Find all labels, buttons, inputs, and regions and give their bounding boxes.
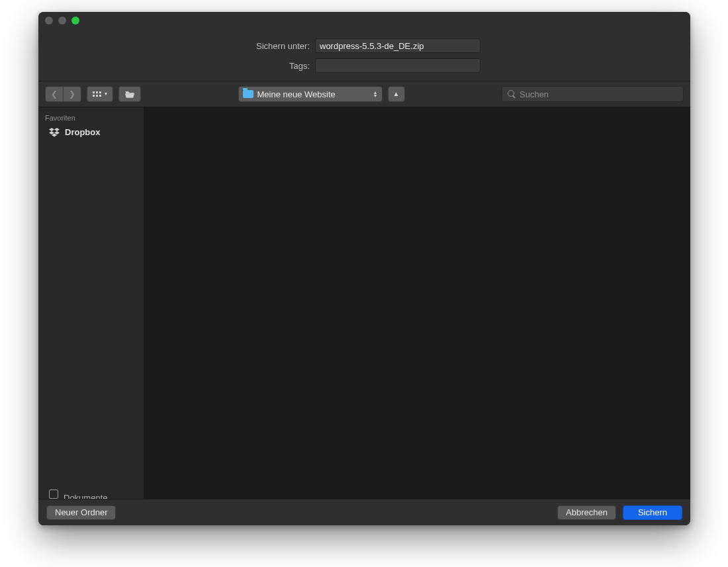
sidebar-item-documents[interactable]: Dokumente: [38, 486, 144, 499]
main-split: Favoriten Dropbox Dokumente: [38, 107, 690, 499]
save-as-row: Sichern unter:: [38, 38, 690, 53]
minimize-window-button[interactable]: [58, 17, 66, 25]
chevron-down-icon: ▾: [105, 91, 107, 97]
dropbox-icon: [49, 128, 60, 137]
location-label: Meine neue Website: [257, 89, 336, 99]
search-icon: [508, 90, 516, 98]
close-window-button[interactable]: [45, 17, 53, 25]
tags-label: Tags:: [38, 61, 310, 71]
search-field[interactable]: [502, 86, 684, 102]
chevron-right-icon: ❯: [69, 90, 75, 98]
save-as-label: Sichern unter:: [38, 41, 310, 51]
sidebar-item-dropbox[interactable]: Dropbox: [38, 125, 144, 140]
search-input[interactable]: [520, 89, 678, 99]
chevron-left-icon: ❮: [51, 90, 58, 98]
popup-arrows-icon: ▲▼: [373, 91, 378, 97]
sidebar: Favoriten Dropbox Dokumente: [38, 107, 144, 499]
view-mode-button[interactable]: ▾: [87, 86, 113, 102]
documents-icon: [49, 490, 58, 499]
new-folder-label: Neuer Ordner: [55, 507, 107, 517]
cancel-button[interactable]: Abbrechen: [557, 505, 616, 520]
chevron-up-icon: ▲: [393, 91, 400, 97]
cancel-label: Abbrechen: [566, 507, 608, 517]
sidebar-item-label: Dokumente: [64, 493, 107, 499]
titlebar: [38, 12, 690, 29]
tags-input[interactable]: [315, 58, 480, 73]
tags-row: Tags:: [38, 58, 690, 73]
file-browser-area[interactable]: [144, 107, 690, 499]
folder-open-icon: [124, 90, 135, 99]
save-as-section: Sichern unter: Tags:: [38, 29, 690, 81]
grid-icon: [93, 91, 101, 97]
sidebar-section-favorites: Favoriten: [38, 113, 144, 125]
new-folder-button[interactable]: Neuer Ordner: [46, 505, 116, 520]
zoom-window-button[interactable]: [71, 17, 79, 25]
save-button[interactable]: Sichern: [623, 505, 682, 520]
nav-forward-button[interactable]: ❯: [64, 86, 81, 102]
toolbar: ❮ ❯ ▾: [38, 81, 690, 107]
nav-back-button[interactable]: ❮: [45, 86, 64, 102]
location-popup[interactable]: Meine neue Website ▲▼: [238, 86, 383, 102]
save-as-input[interactable]: [315, 38, 480, 53]
group-by-button[interactable]: [118, 86, 141, 102]
footer: Neuer Ordner Abbrechen Sichern: [38, 499, 690, 525]
collapse-toggle-button[interactable]: ▲: [388, 86, 405, 102]
save-dialog-window: Sichern unter: Tags: ❮ ❯ ▾: [38, 12, 690, 525]
nav-history-segment: ❮ ❯: [45, 86, 81, 102]
folder-icon: [243, 90, 253, 98]
sidebar-item-label: Dropbox: [65, 127, 100, 137]
save-label: Sichern: [638, 507, 667, 517]
